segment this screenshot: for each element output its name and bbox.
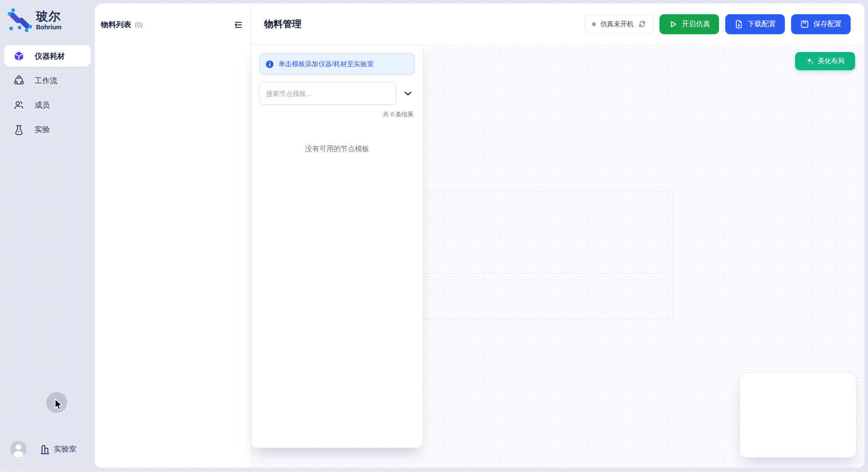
workspace-label: 实验室	[54, 444, 76, 454]
sidebar-item-members[interactable]: 成员	[4, 94, 91, 116]
template-search-input[interactable]	[259, 82, 396, 105]
empty-templates-text: 没有可用的节点模板	[259, 144, 415, 154]
person-icon	[10, 441, 27, 457]
cube-icon	[13, 51, 24, 62]
sidebar-item-label: 成员	[35, 100, 50, 110]
file-download-icon	[734, 20, 743, 29]
download-config-button[interactable]: 下载配置	[725, 14, 785, 34]
info-icon	[265, 60, 274, 68]
page-title: 物料管理	[264, 18, 301, 30]
banner-text: 单击模板添加仪器/耗材至实验室	[278, 60, 374, 68]
template-search-row	[259, 82, 415, 105]
sidebar-item-label: 仪器耗材	[35, 51, 65, 61]
workflow-icon	[13, 75, 24, 86]
members-icon	[13, 100, 24, 111]
content-card: 物料列表 (0) 物料管理 仿真未开机	[95, 4, 864, 468]
canvas-guide-line	[423, 319, 673, 319]
status-label: 仿真未开机	[600, 20, 634, 28]
save-config-button[interactable]: 保存配置	[791, 14, 851, 34]
materials-panel-title: 物料列表	[101, 20, 131, 30]
building-icon	[39, 444, 51, 455]
main-area: 物料管理 仿真未开机 开启仿真	[251, 4, 864, 468]
download-button-label: 下载配置	[747, 20, 776, 29]
main-header: 物料管理 仿真未开机 开启仿真	[251, 4, 864, 44]
start-button-label: 开启仿真	[682, 20, 710, 29]
result-count: 共 0 条结果	[259, 111, 415, 119]
template-dropdown-toggle[interactable]	[402, 88, 414, 100]
play-icon	[668, 20, 678, 29]
beautify-button-label: 美化布局	[818, 57, 844, 65]
materials-panel-header: 物料列表 (0)	[101, 20, 243, 30]
save-icon	[800, 20, 809, 29]
chevron-down-icon	[403, 88, 413, 99]
sidebar-footer: 实验室	[0, 441, 95, 457]
beautify-layout-button[interactable]: 美化布局	[795, 52, 855, 70]
sidebar-item-workflow[interactable]: 工作流	[4, 70, 91, 91]
node-template-panel: 单击模板添加仪器/耗材至实验室 共 0 条结果 没有可用的节点模板	[251, 44, 423, 448]
template-hint-banner: 单击模板添加仪器/耗材至实验室	[259, 53, 415, 75]
canvas-guide-line	[673, 191, 673, 319]
simulation-status-pill[interactable]: 仿真未开机	[585, 15, 653, 33]
materials-panel: 物料列表 (0)	[95, 4, 251, 468]
logo-subtitle: Bohrium	[36, 24, 62, 31]
workspace-switcher[interactable]: 实验室	[39, 444, 76, 455]
flow-canvas[interactable]: 单击模板添加仪器/耗材至实验室 共 0 条结果 没有可用的节点模板	[251, 44, 864, 468]
refresh-icon[interactable]	[638, 20, 646, 28]
canvas-guide-line	[423, 273, 688, 274]
start-simulation-button[interactable]: 开启仿真	[659, 14, 719, 34]
experiment-icon	[13, 124, 24, 135]
sidebar-nav: 仪器耗材 工作流 成员	[0, 45, 95, 140]
logo-title: 玻尔	[36, 10, 62, 23]
collapse-panel-button[interactable]	[234, 20, 243, 29]
save-button-label: 保存配置	[813, 20, 842, 29]
sparkles-icon	[806, 57, 814, 65]
user-avatar[interactable]	[10, 441, 27, 457]
minimap[interactable]	[739, 372, 856, 458]
sidebar-item-experiments[interactable]: 实验	[4, 119, 91, 140]
canvas-guide-line	[423, 191, 673, 192]
bohrium-logo-icon	[7, 8, 32, 33]
status-dot	[592, 22, 596, 26]
sidebar-item-instruments[interactable]: 仪器耗材	[4, 45, 91, 67]
sidebar-item-label: 实验	[35, 124, 50, 135]
materials-count: (0)	[135, 21, 143, 28]
app-root: { "sidebar": { "logo": { "title": "玻尔", …	[0, 0, 868, 472]
collapse-icon	[234, 20, 243, 29]
sidebar: 玻尔 Bohrium 仪器耗材 工作流	[0, 0, 95, 472]
sidebar-item-label: 工作流	[35, 76, 57, 86]
brand-logo[interactable]: 玻尔 Bohrium	[0, 0, 95, 33]
